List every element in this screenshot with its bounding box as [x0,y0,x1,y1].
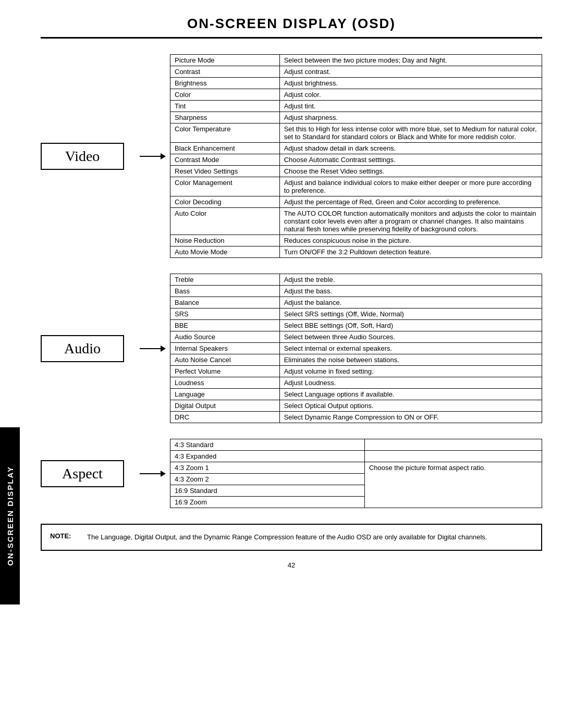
section-audio: AudioTrebleAdjust the treble.BassAdjust … [41,274,542,423]
table-cell-desc [364,439,542,451]
table-cell-desc: Choose Automatic Contrast setttings. [279,154,542,166]
note-label: NOTE: [50,532,79,542]
table-row: Auto Noise CancelEliminates the noise be… [170,354,542,366]
table-cell-desc [364,451,542,462]
arrow-video [140,153,166,159]
section-video: VideoPicture ModeSelect between the two … [41,54,542,258]
arrow-audio [140,346,166,352]
section-label-text-video: Video [65,148,100,165]
table-cell-desc: Adjust color. [279,89,542,101]
table-row: LanguageSelect Language options if avail… [170,389,542,400]
table-row: Black EnhancementAdjust shadow detail in… [170,143,542,154]
table-cell-desc: Choose the picture format aspect ratio. [364,462,542,508]
table-cell-item: BBE [170,320,280,331]
table-cell-item: Reset Video Settings [170,166,280,177]
table-row: 4:3 Expanded [170,451,542,462]
table-cell-desc: Adjust tint. [279,101,542,112]
table-cell-desc: Adjust the bass. [279,286,542,297]
table-row: Auto ColorThe AUTO COLOR function automa… [170,208,542,235]
table-cell-item: Color Temperature [170,124,280,143]
main-content: ON-SCREEN DISPLAY (OSD) VideoPicture Mod… [20,0,563,590]
table-cell-item: Audio Source [170,331,280,343]
section-label-text-audio: Audio [64,340,101,357]
table-cell-desc: Select between the two picture modes; Da… [279,55,542,66]
table-audio: TrebleAdjust the treble.BassAdjust the b… [170,274,542,423]
table-row: DRCSelect Dynamic Range Compression to O… [170,412,542,423]
table-cell-desc: Select Optical Output options. [279,400,542,412]
table-cell-item: 16:9 Zoom [170,497,365,508]
table-row: Contrast ModeChoose Automatic Contrast s… [170,154,542,166]
table-cell-item: Tint [170,101,280,112]
table-cell-item: Treble [170,274,280,286]
table-row: Color ManagementAdjust and balance indiv… [170,177,542,196]
table-cell-item: Auto Movie Mode [170,246,280,258]
table-cell-item: Color Management [170,177,280,196]
table-cell-item: Color [170,89,280,101]
table-row: LoudnessAdjust Loudness. [170,377,542,389]
table-cell-desc: Set this to High for less intense color … [279,124,542,143]
table-cell-desc: Turn ON/OFF the 3:2 Pulldown detection f… [279,246,542,258]
table-cell-desc: The AUTO COLOR function automatically mo… [279,208,542,235]
table-cell-item: 4:3 Zoom 1 [170,462,365,474]
table-aspect: 4:3 Standard4:3 Expanded4:3 Zoom 1Choose… [170,439,542,508]
table-row: Color DecodingAdjust the percentage of R… [170,196,542,208]
table-row: BassAdjust the bass. [170,286,542,297]
table-cell-desc: Select between three Audio Sources. [279,331,542,343]
table-cell-item: Black Enhancement [170,143,280,154]
page-number: 42 [41,561,542,569]
table-cell-desc: Select Language options if available. [279,389,542,400]
table-cell-item: Sharpness [170,112,280,124]
table-row: BBESelect BBE settings (Off, Soft, Hard) [170,320,542,331]
table-row: Perfect VolumeAdjust volume in fixed set… [170,366,542,377]
table-cell-item: Balance [170,297,280,309]
table-cell-desc: Select SRS settings (Off, Wide, Normal) [279,309,542,320]
table-cell-item: Perfect Volume [170,366,280,377]
table-row: Internal SpeakersSelect internal or exte… [170,343,542,354]
table-cell-item: 4:3 Standard [170,439,365,451]
table-cell-item: Noise Reduction [170,235,280,246]
table-cell-item: Loudness [170,377,280,389]
section-label-video: Video [41,143,124,170]
sections-area: VideoPicture ModeSelect between the two … [41,54,542,508]
table-cell-desc: Adjust volume in fixed setting. [279,366,542,377]
table-row: Noise ReductionReduces conspicuous noise… [170,235,542,246]
table-cell-item: 4:3 Zoom 2 [170,474,365,485]
table-cell-item: Color Decoding [170,196,280,208]
table-row: Color TemperatureSet this to High for le… [170,124,542,143]
table-cell-item: Contrast Mode [170,154,280,166]
section-label-audio: Audio [41,335,124,362]
table-cell-desc: Adjust contrast. [279,66,542,78]
sidebar-label-text: ON-SCREEN DISPLAY [6,466,15,566]
table-cell-item: 16:9 Standard [170,485,365,497]
table-video: Picture ModeSelect between the two pictu… [170,54,542,258]
table-cell-desc: Adjust the balance. [279,297,542,309]
table-cell-desc: Adjust brightness. [279,78,542,89]
table-row: TintAdjust tint. [170,101,542,112]
section-aspect: Aspect4:3 Standard4:3 Expanded4:3 Zoom 1… [41,439,542,508]
note-text: The Language, Digital Output, and the Dy… [87,532,487,542]
page-title: ON-SCREEN DISPLAY (OSD) [41,16,542,39]
sidebar-label: ON-SCREEN DISPLAY [0,427,20,604]
table-cell-desc: Choose the Reset Video settings. [279,166,542,177]
table-cell-desc: Adjust sharpness. [279,112,542,124]
table-row: Audio SourceSelect between three Audio S… [170,331,542,343]
table-cell-item: Bass [170,286,280,297]
table-cell-item: Auto Noise Cancel [170,354,280,366]
table-cell-item: 4:3 Expanded [170,451,365,462]
table-cell-desc: Reduces conspicuous noise in the picture… [279,235,542,246]
section-label-text-aspect: Aspect [62,465,103,482]
table-row: ContrastAdjust contrast. [170,66,542,78]
note-box: NOTE: The Language, Digital Output, and … [41,524,542,551]
table-cell-item: Auto Color [170,208,280,235]
table-row: BrightnessAdjust brightness. [170,78,542,89]
table-row: Picture ModeSelect between the two pictu… [170,55,542,66]
table-cell-item: Contrast [170,66,280,78]
table-cell-item: Brightness [170,78,280,89]
table-row: SharpnessAdjust sharpness. [170,112,542,124]
table-row: 4:3 Zoom 1Choose the picture format aspe… [170,462,542,474]
table-row: 4:3 Standard [170,439,542,451]
table-cell-item: DRC [170,412,280,423]
table-cell-item: Picture Mode [170,55,280,66]
section-label-aspect: Aspect [41,460,124,487]
table-cell-desc: Adjust and balance individual colors to … [279,177,542,196]
